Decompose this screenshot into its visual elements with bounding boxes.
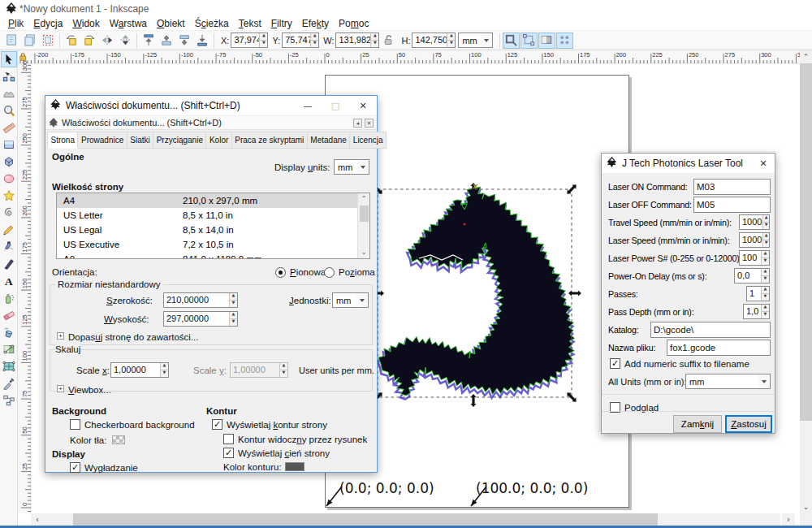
bg-color-swatch[interactable] — [112, 435, 125, 444]
dropper-tool[interactable] — [1, 375, 17, 392]
height-spinbox[interactable]: 142,750▲▼ — [412, 32, 456, 48]
transform-stroke-icon-button[interactable] — [503, 32, 520, 49]
pen-tool[interactable] — [1, 239, 17, 255]
show-border-checkbox[interactable]: ✓ — [212, 419, 222, 430]
laser-field-input[interactable] — [650, 322, 771, 338]
viewbox-expander[interactable]: Viewbox... — [68, 385, 111, 395]
horizontal-scrollbar[interactable] — [44, 513, 780, 526]
toolbar-units-combo[interactable]: mm — [458, 32, 492, 48]
width-spinbox-down[interactable]: ▼ — [230, 301, 237, 307]
laser-spinbox[interactable]: 100▲▼ — [739, 250, 770, 266]
page-size-row[interactable]: US Legal8,5 x 14,0 in — [57, 223, 369, 237]
laser-spinbox-down[interactable]: ▼ — [762, 312, 769, 318]
menu-filtry[interactable]: Filtry — [266, 17, 297, 30]
menu-edycja[interactable]: Edycja — [28, 17, 67, 30]
spiral-tool[interactable] — [1, 205, 17, 221]
y-coord-down-arrow[interactable]: ▼ — [311, 41, 318, 47]
tab-strona[interactable]: Strona — [47, 132, 78, 149]
lower-to-bottom-icon-button[interactable] — [194, 32, 211, 49]
width-spinbox[interactable]: 131,982▲▼ — [335, 32, 379, 48]
apply-button[interactable]: Zastosuj — [725, 415, 772, 433]
gradient-tool[interactable] — [1, 341, 17, 357]
bucket-tool[interactable] — [1, 324, 17, 340]
laser-spinbox[interactable]: 1▲▼ — [746, 286, 770, 301]
hscroll-right-arrow[interactable]: › — [782, 513, 795, 526]
guides-lock-icon[interactable] — [20, 54, 26, 61]
checkerboard-checkbox[interactable] — [70, 419, 80, 430]
border-on-top-checkbox[interactable] — [223, 434, 234, 444]
y-coord-spinbox[interactable]: 75,747▲▼ — [282, 32, 319, 48]
laser-field-input[interactable] — [693, 179, 771, 195]
x-coord-spinbox[interactable]: 37,974▲▼ — [231, 32, 268, 48]
height-spinbox[interactable]: 297,00000▲▼ — [163, 311, 238, 327]
tab-przyciąganie[interactable]: Przyciąganie — [153, 132, 206, 149]
laser-spinbox[interactable]: 1000▲▼ — [739, 214, 770, 230]
rotate-ccw-icon-button[interactable] — [63, 32, 80, 49]
docdlg-title-bar[interactable]: Właściwości dokumentu... (Shift+Ctrl+D) … — [45, 96, 377, 115]
laser-spinbox[interactable]: 1000▲▼ — [739, 232, 770, 248]
tab-licencja[interactable]: Licencja — [350, 132, 387, 149]
rectangle-tool[interactable] — [1, 136, 17, 153]
minimize-button[interactable]: — — [294, 97, 322, 115]
transform-pattern-icon-button[interactable] — [556, 32, 573, 49]
height-down-arrow[interactable]: ▼ — [447, 41, 455, 47]
menu-obiekt[interactable]: Obiekt — [152, 17, 190, 30]
height-spinbox-down[interactable]: ▼ — [230, 319, 237, 326]
maximize-button[interactable]: □ — [322, 97, 349, 115]
menu-efekty[interactable]: Efekty — [297, 17, 334, 30]
laserdlg-title-bar[interactable]: J Tech Photonics Laser Tool ✕ — [602, 154, 775, 173]
zoom-tool[interactable] — [1, 102, 17, 119]
page-size-row[interactable]: US Executive7,2 x 10,5 in — [57, 237, 369, 252]
measure-tool[interactable] — [1, 119, 17, 136]
radio-portrait[interactable] — [275, 267, 286, 278]
selector-tool[interactable] — [1, 51, 17, 67]
node-tool[interactable] — [1, 68, 17, 84]
list-scroll-up[interactable]: ⌃ — [358, 193, 369, 205]
all-units-combo[interactable]: mm — [685, 374, 771, 389]
tweak-tool[interactable] — [1, 85, 17, 102]
tab-metadane[interactable]: Metadane — [308, 132, 350, 149]
lower-icon-button[interactable] — [176, 32, 193, 49]
menu-tekst[interactable]: Tekst — [234, 17, 266, 30]
menu-ścieżka[interactable]: Ścieżka — [190, 17, 234, 30]
close-button[interactable]: ✕ — [349, 97, 377, 115]
text-tool[interactable]: A — [1, 273, 17, 289]
mesh-tool[interactable] — [1, 358, 17, 374]
show-shadow-checkbox[interactable]: ✓ — [223, 448, 234, 458]
raise-to-top-icon-button[interactable] — [140, 32, 158, 49]
fit-page-expander[interactable]: Dopasuj stronę do zawartości... — [68, 332, 198, 342]
transform-gradient-icon-button[interactable] — [538, 32, 555, 49]
tab-siatki[interactable]: Siatki — [127, 132, 153, 149]
laser-spinbox-down[interactable]: ▼ — [762, 276, 769, 283]
menu-pomoc[interactable]: Pomoc — [334, 17, 374, 30]
menu-plik[interactable]: Plik — [3, 17, 28, 30]
menu-warstwa[interactable]: Warstwa — [105, 17, 152, 30]
pencil-tool[interactable] — [1, 222, 17, 238]
rotate-cw-icon-button[interactable] — [81, 32, 98, 49]
antialias-checkbox[interactable]: ✓ — [70, 462, 80, 473]
list-scroll-down[interactable]: ⌄ — [358, 247, 369, 258]
suffix-checkbox[interactable]: ✓ — [610, 358, 620, 369]
display-units-combo[interactable]: mm — [334, 159, 369, 175]
select-all-icon-button[interactable] — [4, 32, 21, 49]
dock-float-button[interactable]: ◂ — [353, 119, 362, 128]
laser-spinbox[interactable]: 0,0▲▼ — [734, 268, 770, 283]
flip-horizontal-icon-button[interactable] — [99, 32, 116, 49]
tab-praca-ze-skryptami[interactable]: Praca ze skryptami — [232, 132, 308, 149]
menu-widok[interactable]: Widok — [67, 17, 104, 30]
laser-field-input[interactable] — [693, 197, 771, 213]
hscroll-thumb[interactable] — [73, 513, 658, 526]
border-color-swatch[interactable] — [285, 462, 304, 471]
star-tool[interactable] — [1, 188, 17, 204]
tab-prowadnice[interactable]: Prowadnice — [78, 132, 127, 149]
flip-vertical-icon-button[interactable] — [117, 32, 134, 49]
laser-spinbox-down[interactable]: ▼ — [763, 240, 769, 247]
close-button[interactable]: ✕ — [752, 154, 775, 172]
lock-ratio-button[interactable] — [380, 32, 397, 49]
laser-spinbox-down[interactable]: ▼ — [762, 294, 769, 301]
page-size-list[interactable]: A4210,0 x 297,0 mmUS Letter8,5 x 11,0 in… — [56, 193, 370, 259]
list-scroll-thumb[interactable] — [360, 206, 369, 222]
calligraphy-tool[interactable] — [1, 256, 17, 272]
box3d-tool[interactable] — [1, 154, 17, 170]
page-size-row[interactable]: A4210,0 x 297,0 mm — [57, 193, 369, 208]
